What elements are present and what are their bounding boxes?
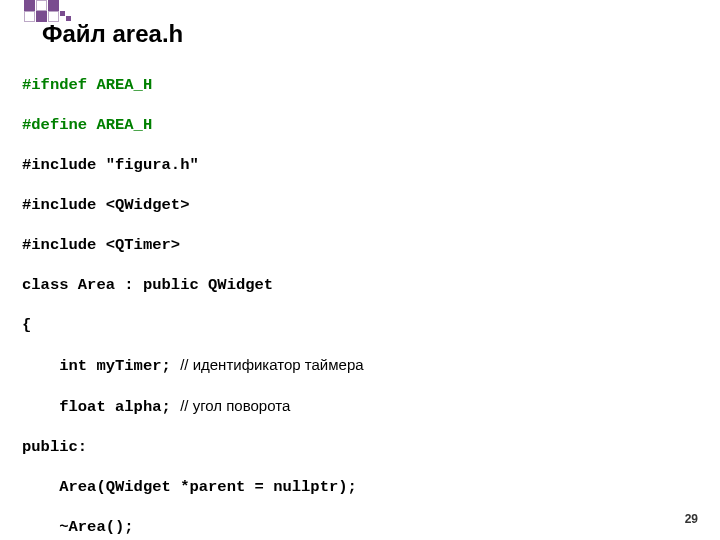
code-line: ~Area(); [22,517,506,537]
code-block: #ifndef AREA_H #define AREA_H #include "… [22,55,506,540]
code-line: #include <QWidget> [22,195,506,215]
code-line: { [22,315,506,335]
page-number: 29 [685,512,698,526]
code-line: int myTimer; // идентификатор таймера [22,355,506,376]
code-line: #define AREA_H [22,115,506,135]
code-line: class Area : public QWidget [22,275,506,295]
slide-decoration [0,0,720,20]
code-line: #ifndef AREA_H [22,75,506,95]
code-line: #include "figura.h" [22,155,506,175]
code-line: Area(QWidget *parent = nullptr); [22,477,506,497]
code-line: float alpha; // угол поворота [22,396,506,417]
code-line: #include <QTimer> [22,235,506,255]
slide-title: Файл area.h [42,20,183,48]
code-line: public: [22,437,506,457]
